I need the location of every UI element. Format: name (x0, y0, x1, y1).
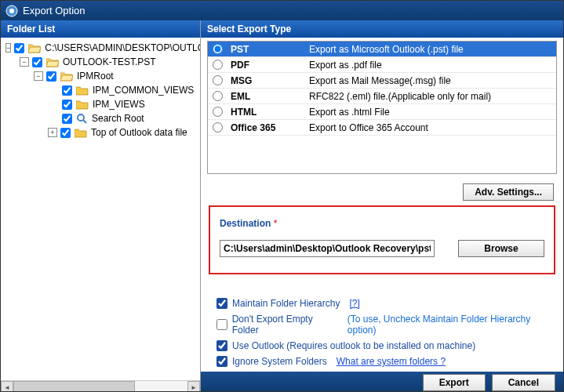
destination-group: Destination * Browse (209, 205, 555, 274)
svg-line-3 (83, 120, 86, 123)
destination-input[interactable] (220, 240, 435, 257)
export-name: PDF (231, 60, 309, 71)
export-panel: Select Export Type PST Export as Microso… (201, 20, 563, 392)
tree-label: C:\USERS\ADMIN\DESKTOP\OUTLOOK (43, 42, 200, 53)
export-desc: Export as .html File (309, 107, 551, 118)
export-desc: Export to Office 365 Account (309, 122, 551, 133)
export-radio[interactable] (213, 44, 223, 54)
tree-toggle[interactable]: + (48, 128, 57, 137)
maintain-hierarchy-checkbox[interactable] (217, 298, 227, 309)
export-name: MSG (231, 75, 309, 86)
export-radio[interactable] (213, 91, 223, 101)
use-outlook-label: Use Outlook (Requires outlook to be inst… (232, 340, 475, 351)
ignore-system-label: Ignore System Folders (232, 356, 327, 367)
folder-icon (76, 85, 89, 96)
scroll-thumb[interactable] (13, 381, 135, 392)
export-radio[interactable] (213, 60, 223, 70)
tree-node[interactable]: −IPMRoot (1, 69, 200, 83)
tree-label: Top of Outlook data file (89, 127, 189, 138)
export-type-header: Select Export Type (201, 20, 563, 38)
export-options: Maintain Folder Hierarchy [?] Don't Expo… (217, 293, 557, 372)
tree-toggle[interactable]: − (20, 57, 29, 67)
window-title: Export Option (23, 5, 86, 16)
tree-node[interactable]: −OUTLOOK-TEST.PST (1, 55, 200, 69)
scroll-track[interactable] (13, 381, 187, 392)
tree-label: OUTLOOK-TEST.PST (61, 56, 158, 67)
empty-folder-checkbox[interactable] (217, 319, 227, 330)
horizontal-scrollbar[interactable]: ◄ ► (1, 380, 200, 392)
folder-tree[interactable]: −C:\USERS\ADMIN\DESKTOP\OUTLOOK−OUTLOOK-… (1, 38, 200, 380)
svg-point-2 (78, 114, 84, 121)
folder-open-icon (60, 71, 73, 82)
tree-node[interactable]: IPM_COMMON_VIEWS (1, 83, 200, 97)
export-type-row[interactable]: EML RFC822 (.eml) file.(Applicable only … (208, 89, 556, 104)
app-icon (5, 5, 18, 17)
folder-list-panel: Folder List −C:\USERS\ADMIN\DESKTOP\OUTL… (1, 20, 201, 392)
export-desc: Export as .pdf file (309, 60, 551, 71)
tree-label: IPMRoot (75, 71, 115, 82)
export-radio[interactable] (213, 107, 223, 117)
folder-list-header: Folder List (1, 20, 200, 38)
tree-checkbox[interactable] (32, 57, 42, 67)
tree-node[interactable]: IPM_VIEWS (1, 97, 200, 111)
ignore-system-checkbox[interactable] (217, 356, 227, 367)
adv-settings-button[interactable]: Adv. Settings... (463, 183, 554, 201)
tree-checkbox[interactable] (62, 85, 72, 96)
empty-folder-label: Don't Export Empty Folder (232, 314, 340, 336)
tree-node[interactable]: Search Root (1, 111, 200, 125)
export-name: PST (231, 44, 309, 55)
required-indicator: * (274, 218, 278, 229)
export-button[interactable]: Export (423, 374, 486, 391)
browse-button[interactable]: Browse (458, 240, 544, 257)
export-desc: RFC822 (.eml) file.(Applicable only for … (309, 91, 551, 102)
tree-label: IPM_COMMON_VIEWS (91, 85, 195, 96)
tree-node[interactable]: −C:\USERS\ADMIN\DESKTOP\OUTLOOK (1, 41, 200, 55)
folder-open-icon (28, 43, 41, 53)
tree-node[interactable]: +Top of Outlook data file (1, 125, 200, 140)
export-type-list: PST Export as Microsoft Outlook (.pst) f… (207, 41, 557, 174)
dialog-footer: Export Cancel (201, 372, 563, 392)
export-name: Office 365 (231, 122, 309, 133)
system-folders-link[interactable]: What are system folders ? (337, 356, 446, 367)
tree-checkbox[interactable] (14, 43, 24, 53)
tree-checkbox[interactable] (46, 71, 56, 82)
tree-checkbox[interactable] (62, 100, 72, 110)
export-desc: Export as Microsoft Outlook (.pst) file (309, 44, 551, 55)
cancel-button[interactable]: Cancel (492, 374, 555, 391)
tree-toggle[interactable]: − (5, 43, 11, 53)
tree-checkbox[interactable] (62, 114, 72, 124)
export-type-row[interactable]: PST Export as Microsoft Outlook (.pst) f… (208, 42, 556, 57)
tree-toggle[interactable]: − (34, 71, 43, 81)
export-radio[interactable] (213, 122, 223, 132)
export-type-row[interactable]: HTML Export as .html File (208, 104, 556, 120)
export-radio[interactable] (213, 75, 223, 85)
destination-label: Destination (220, 218, 271, 229)
export-name: EML (231, 91, 309, 102)
maintain-hierarchy-label: Maintain Folder Hierarchy (232, 298, 340, 309)
maintain-help-link[interactable]: [?] (349, 298, 359, 309)
tree-label: Search Root (90, 113, 146, 124)
use-outlook-checkbox[interactable] (217, 340, 227, 351)
folder-open-icon (46, 57, 59, 67)
empty-folder-hint: (To use, Uncheck Maintain Folder Hierarc… (347, 314, 557, 336)
scroll-left-button[interactable]: ◄ (1, 381, 13, 392)
export-name: HTML (231, 107, 309, 118)
search-icon (76, 113, 88, 125)
export-type-row[interactable]: Office 365 Export to Office 365 Account (208, 120, 556, 136)
svg-point-1 (9, 9, 14, 13)
scroll-right-button[interactable]: ► (187, 381, 200, 392)
titlebar: Export Option (1, 1, 563, 20)
export-desc: Export as Mail Message(.msg) file (309, 75, 551, 86)
folder-icon (75, 128, 87, 138)
export-type-row[interactable]: PDF Export as .pdf file (208, 57, 556, 73)
folder-icon (76, 100, 89, 110)
export-type-row[interactable]: MSG Export as Mail Message(.msg) file (208, 73, 556, 89)
tree-label: IPM_VIEWS (91, 99, 147, 110)
tree-checkbox[interactable] (60, 128, 71, 138)
